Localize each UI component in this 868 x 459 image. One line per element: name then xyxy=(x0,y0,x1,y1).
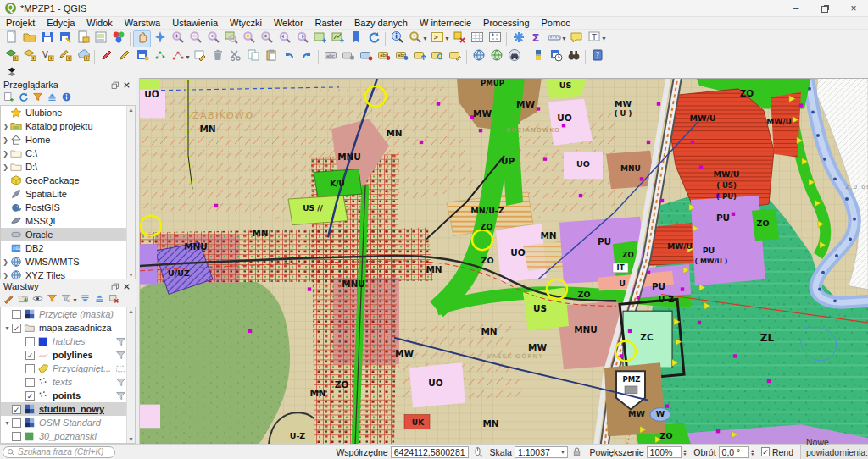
label-settings-button[interactable] xyxy=(339,48,357,65)
add-feature-button[interactable] xyxy=(151,48,169,65)
browser-item-ulubione[interactable]: Ulubione xyxy=(1,106,135,119)
expand-icon[interactable]: ❯ xyxy=(1,123,10,130)
layer-visibility-checkbox[interactable] xyxy=(12,310,21,319)
rotation-spinner[interactable]: ▲▼ xyxy=(750,449,754,456)
menu-widok[interactable]: Widok xyxy=(81,17,119,29)
help-contents-button[interactable]: ? xyxy=(588,48,606,65)
zoom-last-button[interactable] xyxy=(275,30,293,47)
expand-all-button[interactable] xyxy=(78,294,92,307)
filter-legend-button[interactable] xyxy=(45,294,59,307)
show-bookmarks-button[interactable] xyxy=(347,30,364,47)
menu-w-internecie[interactable]: W internecie xyxy=(414,17,477,29)
manage-map-themes-button[interactable] xyxy=(31,294,45,307)
add-selected-layers-button[interactable] xyxy=(2,92,16,105)
expand-icon[interactable]: ❯ xyxy=(1,150,10,158)
undo-button[interactable] xyxy=(280,48,298,65)
browser-item-wms-wmts[interactable]: ❯WMS/WMTS xyxy=(1,255,135,268)
layers-float-button[interactable] xyxy=(108,280,120,292)
new-map-view-button[interactable] xyxy=(311,30,329,47)
layer-visibility-checkbox[interactable] xyxy=(25,337,35,346)
locator-search-input[interactable]: Szukana fraza (Ctrl+K) xyxy=(3,446,115,458)
web-services-button[interactable] xyxy=(487,48,505,65)
expand-icon[interactable]: ▾ xyxy=(3,324,12,332)
pin-unpin-labels-button[interactable]: abc xyxy=(375,48,392,65)
search-layers-button[interactable] xyxy=(565,48,582,65)
labeling-options-button[interactable]: abc xyxy=(321,48,339,65)
browser-item-c-[interactable]: ❯C:\ xyxy=(1,147,135,160)
layer-visibility-checkbox[interactable]: ✓ xyxy=(12,324,21,333)
add-group-button[interactable] xyxy=(16,294,31,307)
pan-to-selection-button[interactable] xyxy=(151,30,169,47)
menu-processing[interactable]: Processing xyxy=(477,17,535,29)
menu-warstwa[interactable]: Warstwa xyxy=(119,17,166,29)
menu-bazy-danych[interactable]: Bazy danych xyxy=(348,17,414,29)
menu-ustawienia[interactable]: Ustawienia xyxy=(166,17,224,29)
new-3d-map-view-button[interactable] xyxy=(329,30,347,47)
move-label-button[interactable] xyxy=(410,48,428,65)
browser-item-xyz-tiles[interactable]: ❯XYZ Tiles xyxy=(1,268,135,279)
open-project-button[interactable] xyxy=(20,30,38,47)
map-tips-button[interactable] xyxy=(567,30,585,47)
new-temporary-scratch-layer-button[interactable] xyxy=(56,48,74,65)
rotation-input[interactable]: 0,0 ° xyxy=(719,446,750,458)
mouse-position-icon[interactable] xyxy=(472,446,483,458)
measure-line-button[interactable] xyxy=(545,30,563,47)
cut-features-button[interactable] xyxy=(226,48,244,65)
layer-item-hatches[interactable]: hatches xyxy=(1,335,135,348)
layers-scrollbar[interactable]: ▲▼ xyxy=(126,307,135,443)
render-checkbox[interactable]: ✓ xyxy=(761,447,770,456)
deselect-features-button[interactable] xyxy=(450,30,468,47)
browser-scrollbar[interactable]: ▲▼ xyxy=(126,106,135,279)
text-annotation-button[interactable]: T xyxy=(585,30,603,47)
refresh-browser-button[interactable] xyxy=(16,92,31,105)
coordinates-input[interactable]: 6424112,5800281 xyxy=(391,446,469,458)
browser-item-db2[interactable]: DB2DB2 xyxy=(1,241,135,255)
minimize-button[interactable]: – xyxy=(782,0,810,17)
notifications-area[interactable]: Nowe powiadomienia: 2 xyxy=(800,445,868,459)
close-button[interactable]: × xyxy=(839,0,868,17)
save-to-template-button[interactable] xyxy=(74,30,92,47)
funnel-icon[interactable] xyxy=(115,377,126,388)
funnel-icon[interactable] xyxy=(115,350,126,361)
vertex-tool-button[interactable] xyxy=(169,48,186,65)
open-attribute-table-button[interactable] xyxy=(468,30,486,47)
temporal-controller-button[interactable] xyxy=(547,48,565,65)
statistical-summary-button[interactable]: Σ xyxy=(527,30,545,47)
menu-raster[interactable]: Raster xyxy=(309,17,348,29)
menu-wektor[interactable]: Wektor xyxy=(268,17,309,29)
filter-by-expression-button[interactable]: ε xyxy=(59,294,74,307)
browser-item-geopackage[interactable]: GeoPackage xyxy=(1,174,135,187)
new-shapefile-layer-button[interactable] xyxy=(20,48,38,65)
zoom-to-selection-button[interactable] xyxy=(240,30,258,47)
copy-features-button[interactable] xyxy=(244,48,262,65)
select-features-button[interactable] xyxy=(406,30,424,47)
browser-item-katalog-projektu[interactable]: ❯Katalog projektu xyxy=(1,119,135,133)
layer-visibility-checkbox[interactable] xyxy=(12,418,21,428)
scale-combobox[interactable]: 1:10037▼ xyxy=(515,446,569,458)
change-label-properties-button[interactable] xyxy=(446,48,464,65)
zoom-to-layer-button[interactable] xyxy=(258,30,275,47)
browser-item-spatialite[interactable]: SpatiaLite xyxy=(1,187,135,201)
new-memory-layer-button[interactable] xyxy=(74,48,92,65)
new-virtual-layer-button[interactable]: V xyxy=(38,48,56,65)
zoom-full-button[interactable] xyxy=(222,30,240,47)
magnifier-input[interactable]: 100% xyxy=(647,446,682,458)
layer-item-studium-nowy[interactable]: ✓studium_nowy xyxy=(1,402,135,416)
pan-map-button[interactable] xyxy=(133,30,151,47)
menu-wtyczki[interactable]: Wtyczki xyxy=(224,17,268,29)
funnel-icon[interactable] xyxy=(115,390,126,401)
paste-features-button[interactable] xyxy=(262,48,280,65)
zoom-out-button[interactable] xyxy=(186,30,204,47)
browser-close-button[interactable] xyxy=(120,79,132,91)
layout-manager-button[interactable] xyxy=(92,30,109,47)
dxf-plugin-tool-button[interactable] xyxy=(3,67,20,78)
layer-item-osm-standard[interactable]: ▾OSM Standard xyxy=(1,416,135,429)
modify-feature-button[interactable] xyxy=(191,48,209,65)
layer-item-mapa-zasadnicza[interactable]: ▾✓mapa zasadnicza xyxy=(1,321,135,335)
menu-edycja[interactable]: Edycja xyxy=(41,17,81,29)
restore-button[interactable] xyxy=(810,0,839,17)
layer-visibility-checkbox[interactable] xyxy=(25,378,35,387)
toggle-editing-button[interactable] xyxy=(115,48,133,65)
zoom-next-button[interactable] xyxy=(293,30,311,47)
collapse-all-button[interactable] xyxy=(92,294,107,307)
